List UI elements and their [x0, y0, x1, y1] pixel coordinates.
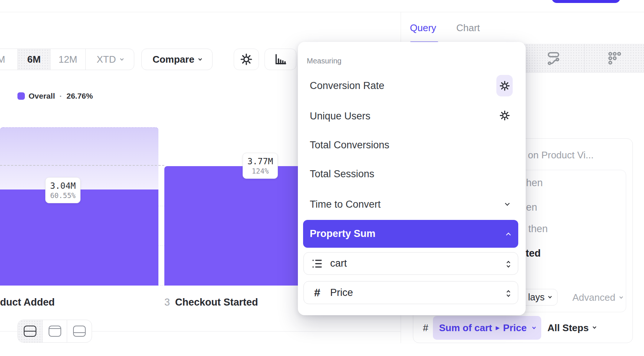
menu-item-label: Total Conversions [310, 139, 390, 151]
step-fragment: ted [526, 248, 541, 259]
measurement-summary-row: # Sum of cart ▸ Price All Steps [423, 316, 596, 340]
hash-icon: # [310, 286, 324, 299]
compare-label: Compare [152, 54, 194, 65]
bar-chart-icon [274, 53, 287, 66]
menu-item-label: Property Sum [310, 228, 375, 240]
chevron-down-icon [619, 295, 623, 299]
menu-item-unique-users[interactable]: Unique Users [310, 111, 371, 122]
sum-of-cart-price-chip[interactable]: Sum of cart ▸ Price [433, 316, 541, 340]
top-divider [0, 12, 644, 12]
legend-swatch [17, 92, 25, 100]
advanced-label: Advanced [572, 292, 615, 303]
value-label: 3.04M [50, 181, 76, 191]
value-callout-product-added[interactable]: 3.04M 60.55% [45, 177, 80, 203]
time-range-label: 12M [59, 54, 78, 65]
menu-item-conversion-rate[interactable]: Conversion Rate [310, 80, 384, 92]
conversion-label: 60.55% [50, 191, 76, 200]
time-range-label: XTD [97, 54, 116, 65]
step-fragment: then [528, 223, 548, 235]
menu-title: Measuring [307, 57, 341, 65]
tab-label: Query [410, 22, 436, 33]
value-label: 3.77M [247, 156, 273, 166]
arrow-right-icon: ▸ [496, 323, 500, 332]
card-title-fragment: on Product Vi... [528, 149, 594, 161]
chevron-down-icon [548, 294, 552, 298]
time-range-6m[interactable]: 6M [18, 49, 50, 70]
value-callout-checkout-started[interactable]: 3.77M 124% [243, 153, 278, 179]
menu-item-time-to-convert[interactable]: Time to Convert [310, 199, 381, 210]
toolbar-divider [584, 44, 585, 72]
chevron-down-icon [532, 325, 536, 329]
time-range-12m[interactable]: 12M [50, 49, 86, 70]
list-icon [310, 258, 324, 269]
menu-item-property-sum-selected[interactable]: Property Sum [303, 220, 518, 248]
all-steps-dropdown[interactable]: All Steps [548, 322, 596, 334]
all-steps-label: All Steps [548, 322, 589, 334]
chevron-down-icon [198, 57, 202, 60]
menu-item-label: Conversion Rate [310, 80, 384, 91]
stepper-icon [507, 260, 510, 267]
stepper-icon [507, 289, 510, 296]
step-name: Checkout Started [175, 297, 258, 308]
menu-item-label: Time to Convert [310, 199, 381, 210]
chart-settings-button[interactable] [234, 49, 259, 70]
time-range-label: 6M [27, 54, 40, 65]
time-range-label: M [0, 54, 5, 65]
menu-item-total-sessions[interactable]: Total Sessions [310, 168, 374, 180]
conversion-rate-settings-button[interactable] [496, 75, 513, 96]
layout-split-rows-button[interactable] [18, 320, 43, 342]
bottom-panel-icon [73, 326, 86, 337]
gear-icon [499, 80, 510, 91]
legend-overall-value: 26.76% [66, 92, 93, 100]
chevron-down-icon [592, 325, 596, 329]
step-name: duct Added [0, 297, 55, 308]
chevron-down-icon [505, 201, 510, 206]
compare-button[interactable]: Compare [141, 49, 213, 70]
chevron-up-icon [506, 233, 511, 237]
primary-action-button[interactable] [552, 0, 620, 3]
step-axis-label-product-added: duct Added [0, 297, 55, 308]
time-range-segmented-control: M 6M 12M XTD [0, 49, 134, 70]
step-fragment: en [526, 202, 537, 213]
hash-icon: # [423, 322, 428, 334]
tab-chart[interactable]: Chart [456, 22, 480, 34]
menu-item-total-conversions[interactable]: Total Conversions [310, 139, 390, 151]
step-number: 3 [164, 297, 170, 308]
top-panel-icon [49, 326, 61, 337]
measuring-menu: Measuring Conversion Rate Unique Users T… [298, 42, 526, 315]
split-rows-icon [24, 326, 36, 337]
gear-icon [499, 110, 510, 121]
time-range-xtd[interactable]: XTD [86, 49, 134, 70]
delays-dropdown-button[interactable]: lays [521, 289, 558, 306]
advanced-dropdown-button[interactable]: Advanced [572, 292, 622, 303]
layout-bottom-bar-button[interactable] [67, 320, 92, 342]
legend-separator: · [59, 92, 62, 100]
unique-users-settings-button[interactable] [496, 105, 513, 126]
property-picker-cart[interactable]: cart [303, 252, 518, 275]
chart-type-button[interactable] [264, 49, 296, 70]
layout-toggle-group [17, 320, 92, 343]
picker-value: cart [330, 258, 347, 269]
tab-label: Chart [456, 22, 480, 33]
funnel-trend-icon[interactable] [546, 51, 561, 65]
delays-label-fragment: lays [528, 292, 545, 303]
metrics-dots-icon[interactable] [608, 51, 622, 65]
property-picker-price[interactable]: # Price [303, 281, 518, 304]
step-fragment: hen [526, 177, 543, 189]
chevron-down-icon [120, 57, 124, 60]
gear-icon [240, 53, 253, 66]
funnel-bar-product-added[interactable] [0, 189, 158, 286]
analytics-app: M 6M 12M XTD Compare Overall · 26.76% [0, 0, 644, 356]
tab-query[interactable]: Query [410, 22, 436, 34]
chart-legend[interactable]: Overall · 26.76% [17, 92, 93, 100]
step-axis-label-checkout-started: 3 Checkout Started [164, 297, 258, 308]
legend-series-name: Overall [29, 92, 55, 100]
picker-value: Price [330, 287, 353, 299]
layout-top-bar-button[interactable] [43, 320, 68, 342]
chip-property: Price [503, 322, 527, 334]
previous-step-dashed-line [0, 165, 164, 166]
chip-text: Sum of cart [439, 322, 492, 334]
time-range-3m[interactable]: M [0, 49, 18, 70]
menu-item-label: Unique Users [310, 111, 371, 122]
conversion-label: 124% [252, 167, 269, 175]
